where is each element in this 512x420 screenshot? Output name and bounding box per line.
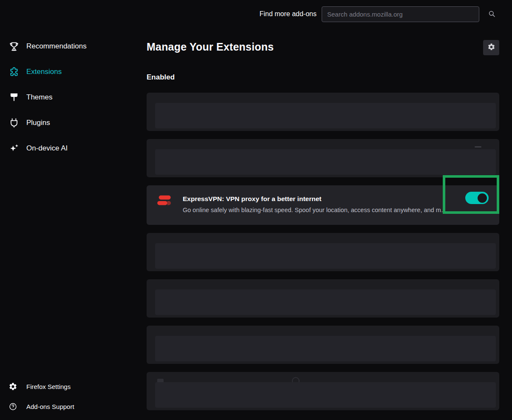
redacted-card-artifact bbox=[475, 146, 481, 148]
extension-card[interactable] bbox=[147, 372, 499, 410]
expressvpn-logo-icon bbox=[155, 192, 173, 210]
redacted-card-content bbox=[155, 382, 496, 408]
plug-icon bbox=[8, 117, 20, 128]
sidebar-item-label: Plugins bbox=[26, 119, 50, 127]
toggle-knob bbox=[478, 193, 487, 203]
extension-description: Go online safely with blazing-fast speed… bbox=[183, 207, 487, 213]
extension-card[interactable] bbox=[147, 233, 499, 271]
redacted-card-content bbox=[155, 103, 496, 128]
sidebar-item-label: Extensions bbox=[26, 68, 62, 76]
sidebar-item-label: Add-ons Support bbox=[26, 403, 74, 410]
page-title: Manage Your Extensions bbox=[147, 41, 274, 53]
trophy-icon bbox=[8, 41, 20, 52]
extension-card[interactable] bbox=[147, 279, 499, 318]
paintbrush-icon bbox=[8, 92, 20, 103]
gear-icon bbox=[8, 382, 17, 391]
sidebar-item-recommendations[interactable]: Recommendations bbox=[0, 37, 140, 56]
sidebar-item-plugins[interactable]: Plugins bbox=[0, 114, 140, 132]
redacted-card-content bbox=[155, 243, 496, 269]
sparkle-icon bbox=[8, 143, 20, 154]
question-icon bbox=[8, 402, 17, 411]
sidebar-item-themes[interactable]: Themes bbox=[0, 88, 140, 107]
gear-icon bbox=[487, 43, 495, 52]
addons-manager-page: Find more add-ons Recommendations bbox=[0, 0, 512, 420]
extension-card-expressvpn[interactable]: ExpressVPN: VPN proxy for a better inter… bbox=[147, 185, 499, 225]
puzzle-icon bbox=[8, 66, 20, 77]
sidebar-item-on-device-ai[interactable]: On-device AI bbox=[0, 139, 140, 158]
extension-card-list: ExpressVPN: VPN proxy for a better inter… bbox=[147, 93, 499, 410]
sidebar-item-label: Themes bbox=[26, 93, 52, 102]
extension-enable-toggle[interactable] bbox=[465, 192, 489, 204]
redacted-card-content bbox=[155, 289, 496, 315]
extension-card[interactable] bbox=[147, 139, 499, 177]
sidebar-item-label: Firefox Settings bbox=[26, 383, 71, 390]
sidebar-item-addons-support[interactable]: Add-ons Support bbox=[0, 398, 140, 415]
search-icon bbox=[488, 10, 496, 19]
addons-search-input[interactable] bbox=[322, 6, 479, 22]
extension-card[interactable] bbox=[147, 93, 499, 131]
sidebar-item-firefox-settings[interactable]: Firefox Settings bbox=[0, 378, 140, 395]
tools-for-all-addons-button[interactable] bbox=[483, 40, 499, 55]
find-more-addons-label: Find more add-ons bbox=[260, 10, 317, 18]
redacted-card-content bbox=[155, 336, 496, 361]
redacted-card-content bbox=[155, 149, 496, 175]
sidebar-item-label: Recommendations bbox=[26, 42, 87, 51]
search-submit-button[interactable] bbox=[484, 7, 499, 22]
extension-name[interactable]: ExpressVPN: VPN proxy for a better inter… bbox=[183, 195, 321, 203]
sidebar-item-extensions[interactable]: Extensions bbox=[0, 62, 140, 81]
sidebar-item-label: On-device AI bbox=[26, 144, 68, 153]
extension-card[interactable] bbox=[147, 326, 499, 364]
enabled-section-heading: Enabled bbox=[147, 73, 175, 82]
